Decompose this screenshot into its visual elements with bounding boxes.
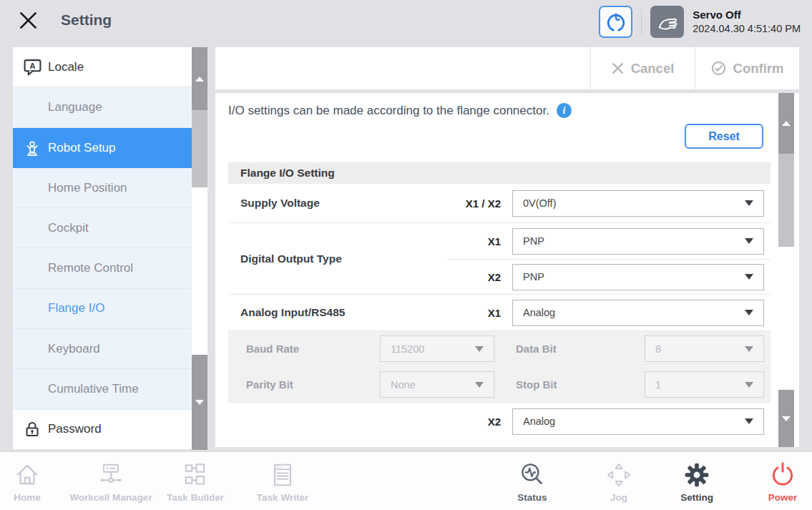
- bottom-nav: Home Workcell Manager: [0, 451, 812, 510]
- close-icon: [19, 11, 38, 30]
- status-pulse-icon: [486, 458, 579, 491]
- data-bit-label: Data Bit: [494, 343, 645, 355]
- chevron-down-icon: [745, 200, 753, 206]
- divider: [641, 9, 642, 35]
- sidebar-item-home-position[interactable]: Home Position: [13, 168, 192, 208]
- section-header: Flange I/O Setting: [228, 162, 771, 184]
- dropdown-value: Analog: [523, 307, 555, 318]
- flange-io-panel: I/O settings can be made according to th…: [215, 93, 799, 447]
- sidebar-item-label: Locale: [48, 60, 84, 74]
- sidebar-item-keyboard[interactable]: Keyboard: [13, 329, 192, 369]
- row-label: Analog Input/RS485: [228, 306, 415, 319]
- port-label: X1 / X2: [415, 197, 501, 210]
- workcell-manager-icon: [64, 458, 157, 491]
- sidebar-item-cockpit[interactable]: Cockpit: [13, 208, 192, 248]
- parity-bit-label: Parity Bit: [228, 378, 380, 391]
- top-bar: Setting Servo Off 2024.04.30 4:51:40: [0, 0, 812, 46]
- stop-bit-dropdown[interactable]: 1: [645, 371, 764, 398]
- nav-label: Status: [486, 492, 579, 503]
- supply-voltage-dropdown[interactable]: 0V(Off): [512, 190, 764, 217]
- chevron-down-icon: [475, 346, 484, 352]
- scroll-down-button[interactable]: [192, 355, 207, 450]
- sidebar-item-label: Keyboard: [48, 342, 100, 356]
- digital-output-group: Digital Output Type X1 PNP X2 PNP: [228, 223, 771, 295]
- sidebar-item-label: Cumulative Time: [48, 382, 139, 396]
- close-button[interactable]: [17, 11, 39, 32]
- power-icon: [736, 458, 812, 491]
- scroll-up-icon: [195, 77, 204, 82]
- digital-output-x2-dropdown[interactable]: PNP: [512, 264, 764, 290]
- analog-x2-row: X2 Analog: [228, 403, 771, 440]
- nav-item-status[interactable]: Status: [486, 458, 579, 503]
- dropdown-value: 1: [655, 379, 661, 391]
- baud-rate-dropdown[interactable]: 115200: [380, 335, 494, 362]
- nav-label: Task Writer: [236, 492, 329, 503]
- confirm-check-icon: [711, 61, 726, 76]
- sidebar-item-flange-io[interactable]: Flange I/O: [13, 289, 192, 329]
- task-builder-icon: [149, 458, 242, 491]
- settings-rows: Supply Voltage X1 / X2 0V(Off) Digital O…: [228, 184, 771, 440]
- row-label: Supply Voltage: [228, 197, 415, 210]
- hand-guide-mode-button[interactable]: [599, 6, 632, 38]
- top-bar-right: Servo Off 2024.04.30 4:51:40 PM: [599, 6, 801, 38]
- nav-label: Task Builder: [149, 492, 242, 503]
- sidebar-item-password[interactable]: Password: [13, 410, 192, 450]
- gear-icon: [650, 458, 743, 491]
- servo-status-text: Servo Off: [693, 8, 801, 22]
- confirm-button[interactable]: Confirm: [695, 47, 799, 89]
- scroll-up-button[interactable]: [778, 93, 794, 154]
- sidebar-item-cumulative-time[interactable]: Cumulative Time: [13, 369, 192, 409]
- port-label: X2: [415, 416, 501, 428]
- servo-info: Servo Off 2024.04.30 4:51:40 PM: [693, 8, 801, 35]
- partial-divider: [448, 259, 771, 260]
- cancel-button[interactable]: Cancel: [590, 47, 695, 89]
- nav-item-task-builder[interactable]: Task Builder: [149, 458, 242, 503]
- info-icon[interactable]: i: [557, 103, 572, 118]
- sidebar-item-remote-control[interactable]: Remote Control: [13, 248, 192, 288]
- scrollbar-thumb[interactable]: [192, 110, 207, 187]
- page-title: Setting: [61, 11, 112, 29]
- nav-item-workcell-manager[interactable]: Workcell Manager: [64, 458, 157, 503]
- baud-rate-label: Baud Rate: [228, 343, 380, 355]
- digital-output-x1-dropdown[interactable]: PNP: [512, 228, 764, 255]
- data-bit-dropdown[interactable]: 8: [645, 335, 764, 362]
- nav-item-task-writer[interactable]: Task Writer: [236, 458, 329, 503]
- servo-state-box[interactable]: [650, 6, 684, 38]
- dropdown-value: 115200: [391, 343, 424, 355]
- confirm-label: Confirm: [733, 61, 784, 77]
- sidebar-item-locale[interactable]: A Locale: [13, 47, 192, 87]
- supply-voltage-row: Supply Voltage X1 / X2 0V(Off): [228, 184, 771, 223]
- chevron-down-icon: [745, 346, 753, 352]
- reset-button[interactable]: Reset: [685, 124, 763, 149]
- svg-text:A: A: [29, 62, 35, 70]
- dropdown-value: 0V(Off): [523, 197, 556, 209]
- scroll-down-icon: [195, 400, 204, 405]
- gripper-icon: [605, 11, 627, 33]
- scrollbar-thumb[interactable]: [778, 154, 794, 247]
- scroll-up-icon: [782, 121, 791, 126]
- content-scrollbar[interactable]: [778, 93, 794, 447]
- port-label: X2: [415, 271, 501, 283]
- dropdown-value: PNP: [523, 271, 544, 283]
- nav-item-home[interactable]: Home: [0, 458, 74, 503]
- task-writer-icon: [236, 458, 329, 491]
- sidebar-item-robot-setup[interactable]: Robot Setup: [13, 128, 192, 168]
- scroll-down-button[interactable]: [778, 390, 794, 447]
- cancel-x-icon: [612, 62, 624, 74]
- nav-item-setting[interactable]: Setting: [650, 458, 743, 503]
- chevron-down-icon: [745, 382, 753, 388]
- analog-x2-dropdown[interactable]: Analog: [512, 408, 764, 435]
- nav-item-power[interactable]: Power: [736, 458, 812, 503]
- parity-bit-dropdown[interactable]: None: [380, 371, 494, 398]
- cancel-label: Cancel: [631, 61, 675, 77]
- chevron-down-icon: [745, 310, 753, 315]
- analog-x1-dropdown[interactable]: Analog: [512, 300, 764, 326]
- scroll-down-icon: [782, 416, 791, 421]
- chevron-down-icon: [475, 382, 484, 388]
- settings-sidebar: A Locale Language: [13, 47, 207, 450]
- timestamp: 2024.04.30 4:51:40 PM: [693, 22, 801, 36]
- sidebar-scrollbar[interactable]: [192, 47, 207, 450]
- sidebar-item-language[interactable]: Language: [13, 87, 192, 127]
- hand-icon: [656, 11, 679, 33]
- scroll-up-button[interactable]: [192, 47, 207, 110]
